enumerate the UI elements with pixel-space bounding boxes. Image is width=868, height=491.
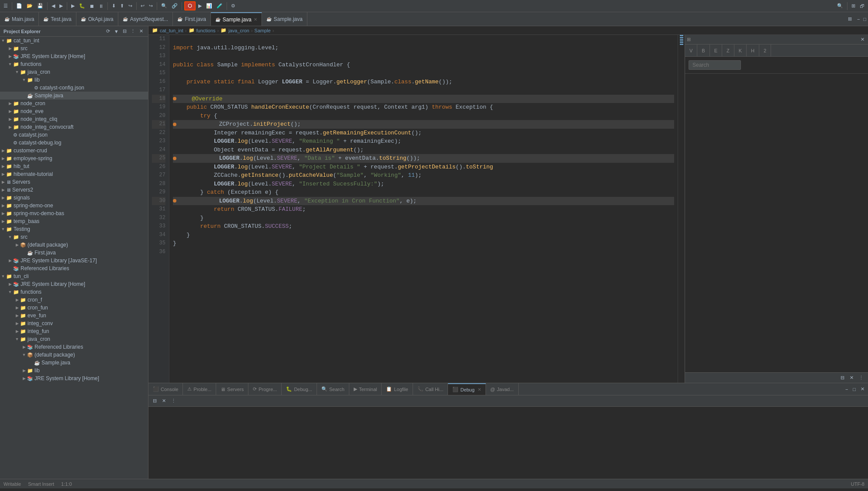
bottom-panel-maximize[interactable]: □ (851, 386, 858, 393)
tree-jre-home-1[interactable]: ▶ 📚 JRE System Library [Home] (0, 52, 148, 60)
editor-content[interactable]: 11 12 13 14 15 16 17 18 19 20 21 22 23 2… (148, 35, 685, 383)
code-content[interactable]: import java.util.logging.Level; public c… (169, 35, 678, 383)
toolbar-settings[interactable]: ⚙ (229, 2, 237, 10)
tab-minimize-btn[interactable]: − (855, 12, 861, 26)
tree-first-java[interactable]: ☕ First.java (0, 249, 148, 257)
bottom-tab-logfile[interactable]: 📋 Logfile (382, 383, 413, 395)
tree-jre-javase17[interactable]: ▶ 📚 JRE System Library [JavaSE-17] (0, 257, 148, 264)
toolbar-search-global[interactable]: 🔍 (835, 2, 845, 10)
tree-customer-crud[interactable]: ▶ 📁 customer-crud (0, 147, 148, 155)
toolbar-perspectives[interactable]: ⊞ (850, 2, 857, 10)
toolbar-redo[interactable]: ↪ (147, 2, 155, 10)
toolbar-debug[interactable]: 🐛 (77, 2, 87, 10)
tab-main-java[interactable]: ☕ Main.java (0, 12, 39, 26)
rpanel-tab-e[interactable]: E (710, 45, 722, 56)
breadcrumb-functions[interactable]: functions (196, 28, 216, 33)
toolbar-menu[interactable]: ☰ (2, 2, 10, 10)
bottom-tb-btn2[interactable]: ✕ (160, 397, 168, 405)
tab-overflow-btn[interactable]: ⊞ (844, 12, 855, 26)
tree-src-testing[interactable]: ▼ 📁 src (0, 233, 148, 241)
tree-integ-conv[interactable]: ▶ 📁 integ_conv (0, 319, 148, 327)
toolbar-cov[interactable]: 📊 (204, 2, 214, 10)
bottom-tab-problems[interactable]: ⚠ Proble... (183, 383, 216, 395)
tree-node-eve[interactable]: ▶ 📁 node_eve (0, 107, 148, 115)
bottom-tab-close-debug2[interactable]: ✕ (478, 387, 481, 392)
tree-hibernate-tutorial[interactable]: ▶ 📁 hibernate-tutorial (0, 170, 148, 178)
toolbar-search[interactable]: 🔍 (159, 2, 169, 10)
breadcrumb-java-cron[interactable]: java_cron (228, 28, 249, 33)
bottom-tab-search[interactable]: 🔍 Search (317, 383, 349, 395)
rpanel-tab-b[interactable]: B (697, 45, 710, 56)
tree-cat-tun-int[interactable]: ▼ 📁 cat_tun_int (0, 37, 148, 45)
tree-cron-f[interactable]: ▶ 📁 cron_f (0, 296, 148, 304)
right-panel-close[interactable]: ✕ (859, 36, 866, 43)
breadcrumb-cat-tun-int[interactable]: cat_tun_int (160, 28, 183, 33)
bottom-tab-javadoc[interactable]: @ Javad... (486, 383, 519, 395)
rpanel-tab-z[interactable]: Z (722, 45, 734, 56)
tree-catalyst-config[interactable]: ⚙ catalyst-config.json (0, 84, 148, 92)
tree-catalyst-json[interactable]: ⚙ catalyst.json (0, 131, 148, 139)
search-input[interactable] (689, 60, 741, 70)
toolbar-step-out[interactable]: ⬆ (118, 2, 126, 10)
tree-default-pkg-javacron[interactable]: ▼ 📦 (default package) (0, 351, 148, 359)
toolbar-back[interactable]: ◀ (50, 2, 57, 10)
toolbar-highlight-btn[interactable]: ⬡ (184, 1, 196, 10)
sidebar-close-btn[interactable]: ✕ (138, 28, 145, 34)
tree-sample-java-1[interactable]: ☕ Sample.java (0, 92, 148, 100)
tree-cron-fun[interactable]: ▶ 📁 cron_fun (0, 304, 148, 312)
tree-jre-home-javacron[interactable]: ▶ 📚 JRE System Library [Home] (0, 374, 148, 382)
tree-node-integ-convocraft[interactable]: ▶ 📁 node_integ_convocraft (0, 123, 148, 131)
tree-referenced-libs-testing[interactable]: 📚 Referenced Libraries (0, 264, 148, 272)
tree-referenced-libs-javacron[interactable]: ▶ 📚 Referenced Libraries (0, 343, 148, 351)
tree-temp-baas[interactable]: ▶ 📁 temp_baas (0, 217, 148, 225)
rpanel-footer-btn1[interactable]: ⊟ (839, 374, 846, 381)
rpanel-footer-btn2[interactable]: ✕ (848, 374, 855, 381)
tab-maximize-btn[interactable]: □ (861, 12, 868, 26)
tree-node-integ-cliq[interactable]: ▶ 📁 node_integ_cliq (0, 115, 148, 123)
sidebar-filter-btn[interactable]: ⊟ (121, 28, 128, 34)
bottom-tab-servers[interactable]: 🖥 Servers (216, 383, 248, 395)
sidebar-menu-btn[interactable]: ⋮ (129, 28, 137, 34)
tree-java-cron-1[interactable]: ▼ 📁 java_cron (0, 68, 148, 76)
bottom-tab-debug1[interactable]: 🐛 Debug... (282, 383, 317, 395)
toolbar-open[interactable]: 📂 (25, 2, 34, 10)
bottom-panel-minimize[interactable]: − (844, 386, 850, 393)
rpanel-tab-h[interactable]: H (747, 45, 759, 56)
toolbar-ref[interactable]: 🔗 (170, 2, 179, 10)
tree-lib-tuncli[interactable]: ▶ 📁 lib (0, 367, 148, 374)
bottom-tab-console[interactable]: ⬛ Console (148, 383, 183, 395)
toolbar-step-in[interactable]: ⬇ (110, 2, 117, 10)
tab-close-sample-1[interactable]: ✕ (254, 17, 257, 22)
tree-sample-java-tuncli[interactable]: ☕ Sample.java (0, 359, 148, 367)
tab-sample-java-1[interactable]: ☕ Sample.java ✕ (211, 12, 262, 26)
rpanel-tab-2[interactable]: 2 (759, 45, 771, 56)
tab-first-java[interactable]: ☕ First.java (173, 12, 211, 26)
toolbar-save[interactable]: 💾 (35, 2, 45, 10)
toolbar-pause[interactable]: ⏸ (97, 3, 105, 10)
tree-functions-1[interactable]: ▼ 📁 functions (0, 60, 148, 68)
tab-sample-java-2[interactable]: ☕ Sample.java (262, 12, 307, 26)
bottom-tab-debug2[interactable]: ⬛ Debug ✕ (448, 383, 486, 395)
toolbar-forward[interactable]: ▶ (58, 2, 65, 10)
bottom-tab-terminal[interactable]: ▶ Terminal (349, 383, 382, 395)
bottom-tb-btn1[interactable]: ⊟ (151, 397, 158, 405)
tree-tun-cli[interactable]: ▼ 📁 tun_cli (0, 272, 148, 280)
tab-okapi-java[interactable]: ☕ OkApi.java (76, 12, 118, 26)
toolbar-new[interactable]: 📄 (14, 2, 24, 10)
toolbar-step-over[interactable]: ↪ (127, 2, 134, 10)
tab-test-java[interactable]: ☕ Test.java (39, 12, 76, 26)
bottom-tab-callhi[interactable]: 📞 Call Hi... (413, 383, 448, 395)
tree-spring-mvc[interactable]: ▶ 📁 spring-mvc-demo-bas (0, 209, 148, 217)
toolbar-undo[interactable]: ↩ (139, 2, 146, 10)
breadcrumb-sample[interactable]: Sample (255, 28, 271, 33)
tree-functions-tuncli[interactable]: ▼ 📁 functions (0, 288, 148, 296)
tree-servers2[interactable]: ▶ 🖥 Servers2 (0, 186, 148, 194)
tree-eve-fun[interactable]: ▶ 📁 eve_fun (0, 312, 148, 319)
tree-java-cron-tuncli[interactable]: ▼ 📁 java_cron (0, 335, 148, 343)
tree-lib-1[interactable]: ▼ 📁 lib (0, 76, 148, 84)
sidebar-collapse-btn[interactable]: ▼ (113, 28, 120, 34)
tree-spring-demo-one[interactable]: ▶ 📁 spring-demo-one (0, 202, 148, 209)
bottom-tb-btn3[interactable]: ⋮ (169, 397, 178, 405)
bottom-tab-progress[interactable]: ⟳ Progre... (248, 383, 282, 395)
tree-src-1[interactable]: ▶ 📁 src (0, 45, 148, 52)
